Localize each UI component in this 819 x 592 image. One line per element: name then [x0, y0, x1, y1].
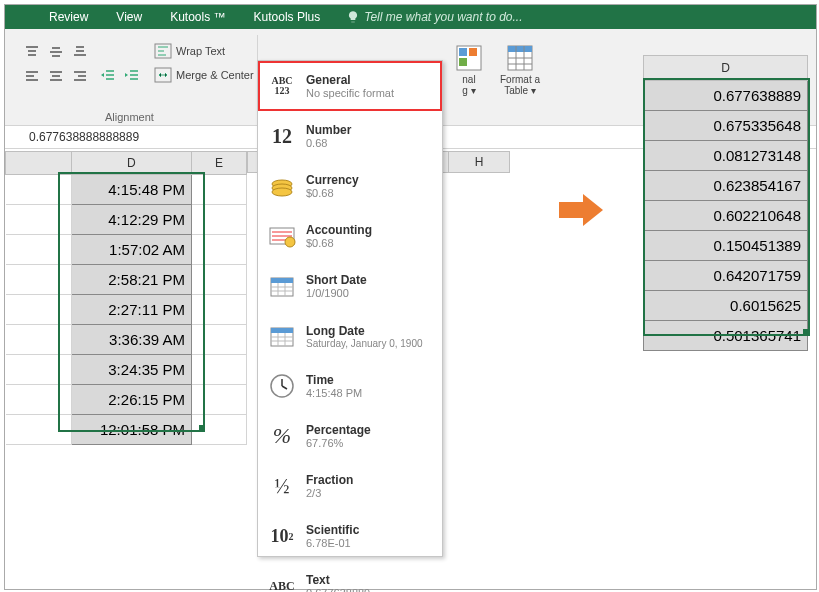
increase-indent-button[interactable] — [121, 65, 143, 87]
wrap-text-icon — [154, 43, 172, 59]
formula-bar-value: 0.677638888888889 — [29, 130, 139, 144]
arrow-icon — [557, 190, 607, 233]
cell-d7[interactable]: 3:36:39 AM — [71, 325, 192, 355]
scientific-format-icon: 102 — [266, 520, 298, 552]
lightbulb-icon — [346, 10, 360, 24]
wrap-text-button[interactable]: Wrap Text — [151, 39, 255, 63]
svg-point-12 — [285, 237, 295, 247]
merge-center-icon — [154, 67, 172, 83]
tab-review[interactable]: Review — [35, 5, 102, 29]
number-format-icon: 12 — [266, 120, 298, 152]
format-option-accounting[interactable]: Accounting $0.68 — [258, 211, 442, 261]
worksheet-grid-right[interactable]: D 0.677638889 0.675335648 0.081273148 0.… — [643, 55, 808, 351]
column-header-d[interactable]: D — [71, 152, 192, 175]
currency-format-icon — [266, 170, 298, 202]
cell-right-2[interactable]: 0.675335648 — [644, 111, 808, 141]
decrease-indent-icon — [100, 68, 116, 84]
align-right-icon — [72, 68, 88, 84]
merge-center-button[interactable]: Merge & Center ▾ — [151, 63, 265, 87]
cell-right-8[interactable]: 0.6015625 — [644, 291, 808, 321]
align-right-button[interactable] — [69, 65, 91, 87]
format-option-short-date[interactable]: Short Date1/0/1900 — [258, 261, 442, 311]
cell-d6[interactable]: 2:27:11 PM — [71, 295, 192, 325]
format-option-text[interactable]: ABC Text0.677638889 — [258, 561, 442, 592]
conditional-formatting-icon — [455, 44, 483, 72]
tab-view[interactable]: View — [102, 5, 156, 29]
column-header-h[interactable]: H — [448, 151, 510, 173]
cell-right-5[interactable]: 0.602210648 — [644, 201, 808, 231]
tab-kutools-plus[interactable]: Kutools Plus — [240, 5, 335, 29]
alignment-group-label: Alignment — [105, 111, 154, 123]
decrease-indent-button[interactable] — [97, 65, 119, 87]
number-format-dropdown: ABC123 GeneralNo specific format 12 Numb… — [257, 60, 443, 557]
align-top-icon — [24, 44, 40, 60]
short-date-format-icon — [266, 270, 298, 302]
align-bottom-icon — [72, 44, 88, 60]
tell-me-search[interactable]: Tell me what you want to do... — [334, 10, 522, 24]
cell-d10[interactable]: 12:01:58 PM — [71, 415, 192, 445]
cell-d2[interactable]: 4:15:48 PM — [71, 175, 192, 205]
format-option-time[interactable]: Time4:15:48 PM — [258, 361, 442, 411]
cell-right-7[interactable]: 0.642071759 — [644, 261, 808, 291]
format-option-long-date[interactable]: Long DateSaturday, January 0, 1900 — [258, 311, 442, 361]
fill-handle-right[interactable] — [803, 329, 809, 335]
format-as-table-icon — [506, 44, 534, 72]
svg-point-10 — [272, 188, 292, 196]
column-header-e[interactable]: E — [192, 152, 247, 175]
align-top-button[interactable] — [21, 41, 43, 63]
svg-rect-7 — [508, 46, 532, 52]
worksheet-grid-left[interactable]: D E 4:15:48 PM 4:12:29 PM 1:57:02 AM 2:5… — [5, 151, 247, 445]
ribbon-tabs: Review View Kutools ™ Kutools Plus Tell … — [5, 5, 816, 29]
general-format-icon: ABC123 — [266, 70, 298, 102]
column-header-d-right[interactable]: D — [644, 56, 808, 81]
tab-kutools[interactable]: Kutools ™ — [156, 5, 239, 29]
align-middle-icon — [48, 44, 64, 60]
cell-d8[interactable]: 3:24:35 PM — [71, 355, 192, 385]
align-left-button[interactable] — [21, 65, 43, 87]
format-option-number[interactable]: 12 Number0.68 — [258, 111, 442, 161]
cell-d9[interactable]: 2:26:15 PM — [71, 385, 192, 415]
text-format-icon: ABC — [266, 570, 298, 592]
format-option-percentage[interactable]: % Percentage67.76% — [258, 411, 442, 461]
cell-d5[interactable]: 2:58:21 PM — [71, 265, 192, 295]
accounting-format-icon — [266, 220, 298, 252]
cell-right-1[interactable]: 0.677638889 — [644, 81, 808, 111]
time-format-icon — [266, 370, 298, 402]
format-option-currency[interactable]: Currency$0.68 — [258, 161, 442, 211]
format-option-scientific[interactable]: 102 Scientific6.78E-01 — [258, 511, 442, 561]
svg-rect-16 — [271, 328, 293, 333]
align-left-icon — [24, 68, 40, 84]
svg-rect-14 — [271, 278, 293, 283]
svg-rect-4 — [469, 48, 477, 56]
align-bottom-button[interactable] — [69, 41, 91, 63]
align-center-button[interactable] — [45, 65, 67, 87]
align-middle-button[interactable] — [45, 41, 67, 63]
cell-right-4[interactable]: 0.623854167 — [644, 171, 808, 201]
align-center-icon — [48, 68, 64, 84]
conditional-formatting-button[interactable]: nalg ▾ — [447, 35, 491, 105]
cell-d4[interactable]: 1:57:02 AM — [71, 235, 192, 265]
cell-d3[interactable]: 4:12:29 PM — [71, 205, 192, 235]
format-option-fraction[interactable]: ½ Fraction 2/3 — [258, 461, 442, 511]
svg-rect-3 — [459, 48, 467, 56]
svg-rect-5 — [459, 58, 467, 66]
fraction-format-icon: ½ — [266, 470, 298, 502]
format-as-table-button[interactable]: Format aTable ▾ — [493, 35, 547, 105]
cell-right-9[interactable]: 0.501365741 — [644, 321, 808, 351]
cell-right-6[interactable]: 0.150451389 — [644, 231, 808, 261]
percentage-format-icon: % — [266, 420, 298, 452]
cell-right-3[interactable]: 0.081273148 — [644, 141, 808, 171]
format-option-general[interactable]: ABC123 GeneralNo specific format — [258, 61, 442, 111]
increase-indent-icon — [124, 68, 140, 84]
long-date-format-icon — [266, 320, 298, 352]
fill-handle-left[interactable] — [199, 425, 205, 431]
